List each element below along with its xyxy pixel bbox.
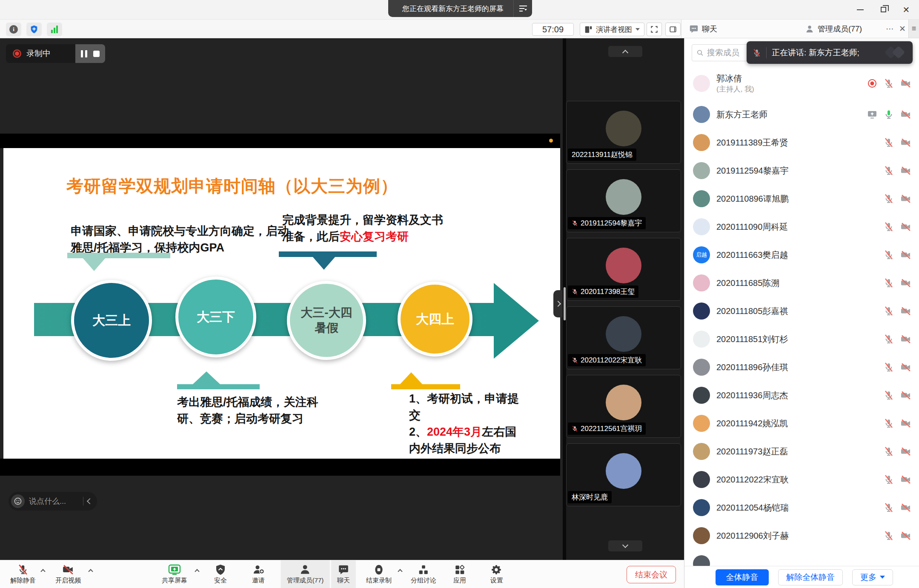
member-name: 2019111389王希贤 — [716, 137, 884, 148]
collapsed-panel-handle[interactable]: ≡ — [908, 20, 919, 38]
member-row[interactable]: 2019111389王希贤 — [684, 128, 919, 157]
thumbnail-scrollbar[interactable] — [564, 287, 566, 320]
stop-recording-icon — [373, 564, 384, 575]
pause-recording-button[interactable] — [81, 50, 87, 57]
panel-more-icon[interactable]: ⋯ — [886, 24, 894, 34]
side-panel-toggle-button[interactable] — [665, 23, 681, 36]
manage-members-button[interactable]: 管理成员(77) — [281, 560, 330, 588]
security-button[interactable]: 安全 — [208, 560, 233, 588]
mic-muted-icon — [884, 334, 894, 344]
share-screen-button[interactable]: 共享屏幕 — [156, 560, 193, 588]
unmute-button[interactable]: 解除静音 — [4, 560, 42, 588]
slide-bottomleft-text: 考出雅思/托福成绩，关注科 研、竞赛；启动考研复习 — [177, 394, 318, 427]
member-row[interactable]: 新东方王老师 — [684, 100, 919, 128]
video-thumbnail[interactable]: 2019112594黎嘉宇 — [566, 169, 681, 232]
slide-topright-text: 完成背景提升，留学资料及文书 准备，此后安心复习考研 — [282, 212, 443, 245]
person-icon — [300, 564, 311, 575]
member-row[interactable]: 2020112054杨铠瑞 — [684, 494, 919, 522]
stop-recording-button[interactable]: 结束录制 — [360, 560, 398, 588]
thumbnails-scroll-down-button[interactable] — [608, 540, 642, 551]
fullscreen-button[interactable] — [647, 23, 662, 36]
stop-recording-button[interactable] — [93, 51, 100, 57]
chevron-left-icon[interactable] — [87, 498, 93, 504]
chat-panel-header[interactable]: 聊天 — [681, 20, 799, 38]
invite-button[interactable]: 邀请 — [246, 560, 271, 588]
mic-muted-icon — [884, 418, 894, 428]
video-thumbnail[interactable]: 林深时见鹿 — [566, 443, 681, 506]
close-button[interactable]: ✕ — [898, 3, 915, 17]
member-name: 2020111851刘钉杉 — [716, 334, 884, 345]
camera-muted-icon — [900, 502, 911, 513]
member-row[interactable]: 2020112022宋宜耿 — [684, 465, 919, 494]
member-row[interactable]: 2020111090周科延 — [684, 213, 919, 241]
member-row[interactable] — [684, 550, 919, 566]
video-thumbnail[interactable]: 2020117398王玺 — [566, 238, 681, 301]
video-thumbnail[interactable]: 2020112022宋宜耿 — [566, 306, 681, 369]
avatar — [693, 106, 710, 123]
member-row[interactable]: 郭冰倩 (主持人, 我) — [684, 66, 919, 100]
banner-menu-icon[interactable] — [513, 0, 532, 17]
avatar: 启越 — [693, 246, 710, 263]
avatar — [606, 248, 641, 283]
camera-muted-icon — [900, 78, 911, 88]
mute-all-button[interactable]: 全体静音 — [716, 569, 769, 585]
settings-button[interactable]: 设置 — [484, 560, 509, 588]
start-video-button[interactable]: 开启视频 — [49, 560, 87, 588]
camera-muted-icon — [900, 418, 911, 428]
chevron-down-icon — [880, 576, 885, 579]
recording-label: 录制中 — [26, 48, 51, 59]
recording-options-chevron[interactable] — [398, 569, 402, 574]
bottom-toolbar: 解除静音 开启视频 共享屏幕 安全 邀请 管理成员(77) 聊天 — [0, 560, 684, 588]
mic-muted-icon — [884, 531, 894, 541]
member-name: 郭冰倩 — [716, 73, 867, 84]
member-row[interactable]: 2020110896谭旭鹏 — [684, 185, 919, 213]
member-row[interactable]: 2019112594黎嘉宇 — [684, 157, 919, 185]
member-row[interactable]: 启越 2020111663樊启越 — [684, 241, 919, 269]
emoji-button[interactable] — [11, 494, 25, 508]
member-row[interactable]: 2020111942姚泓凯 — [684, 409, 919, 437]
video-thumbnail[interactable]: 2022112561宫祺玥 — [566, 375, 681, 438]
invite-person-icon — [253, 564, 264, 575]
video-thumbnail[interactable]: 2022113911赵悦锦 — [566, 101, 681, 164]
timeline-step-1: 大三上 — [71, 280, 152, 361]
chat-button[interactable]: 聊天 — [331, 560, 356, 588]
minimize-button[interactable] — [852, 3, 869, 17]
meeting-logo-icon — [885, 46, 907, 60]
thumbnails-scroll-up-button[interactable] — [608, 46, 642, 57]
unmute-all-button[interactable]: 解除全体静音 — [778, 569, 843, 585]
slide-title: 考研留学双规划申请时间轴（以大三为例） — [66, 174, 398, 198]
camera-muted-icon — [900, 390, 911, 400]
member-row[interactable]: 2020111685陈溯 — [684, 269, 919, 297]
end-meeting-button[interactable]: 结束会议 — [627, 566, 676, 583]
avatar — [693, 387, 710, 404]
member-row[interactable]: 2020111973赵正磊 — [684, 437, 919, 465]
camera-muted-icon — [900, 250, 911, 260]
member-row[interactable]: 2020111851刘钉杉 — [684, 325, 919, 353]
breakout-button[interactable]: 分组讨论 — [405, 560, 442, 588]
panel-close-icon[interactable]: ✕ — [899, 24, 906, 34]
signal-bars-icon — [51, 26, 58, 33]
restore-button[interactable] — [875, 3, 892, 17]
member-row[interactable]: 2020111805彭嘉祺 — [684, 297, 919, 325]
members-panel-title: 管理成员(77) — [818, 24, 862, 34]
more-button[interactable]: 更多 — [852, 569, 893, 585]
share-options-chevron[interactable] — [195, 569, 199, 574]
member-row[interactable]: 2020111936周志杰 — [684, 381, 919, 409]
member-row[interactable]: 2020111896孙佳琪 — [684, 353, 919, 381]
meeting-info-button[interactable]: i — [6, 23, 21, 36]
collapse-strip-handle[interactable] — [553, 290, 563, 317]
view-mode-button[interactable]: 演讲者视图 — [580, 23, 644, 36]
avatar — [693, 359, 710, 376]
quick-chat-input[interactable]: 说点什么... — [29, 496, 79, 506]
mic-muted-icon — [572, 220, 578, 226]
network-signal-button[interactable] — [47, 23, 62, 36]
share-screen-icon — [168, 564, 181, 575]
members-footer: 全体静音 解除全体静音 更多 — [684, 566, 919, 588]
security-shield-button[interactable] — [26, 23, 42, 36]
members-panel-header[interactable]: 管理成员(77) ⋯ ✕ — [799, 20, 908, 38]
video-options-chevron[interactable] — [88, 569, 93, 574]
pointer-dot — [549, 139, 553, 143]
member-row[interactable]: 2020112906刘子赫 — [684, 522, 919, 550]
apps-button[interactable]: 应用 — [447, 560, 472, 588]
avatar — [693, 162, 710, 179]
